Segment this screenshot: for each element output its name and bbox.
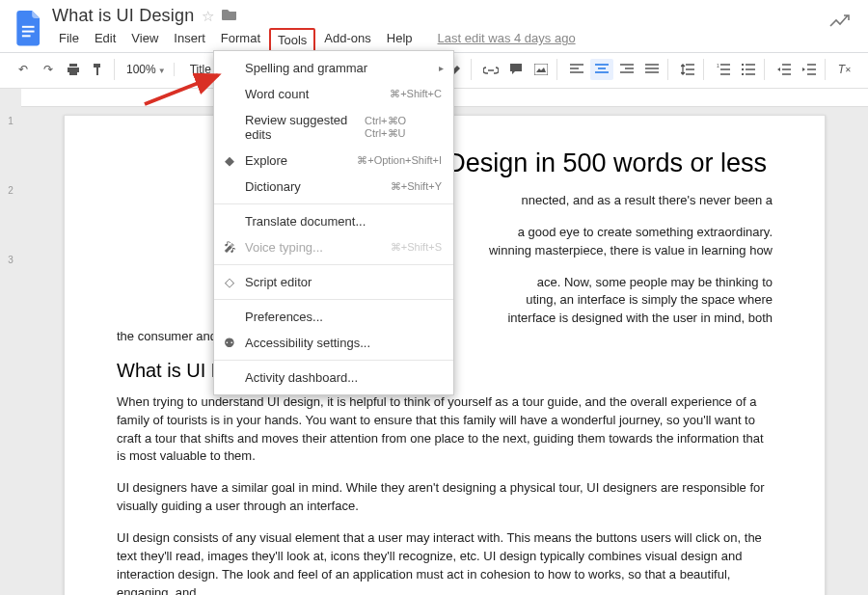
app-header: What is UI Design ☆ File Edit View Inser… xyxy=(0,0,868,53)
svg-rect-2 xyxy=(22,35,31,37)
menu-help[interactable]: Help xyxy=(380,28,420,52)
doc-paragraph: When trying to understand UI design, it … xyxy=(117,393,773,466)
menu-separator xyxy=(214,203,453,204)
bulleted-list-icon[interactable] xyxy=(737,59,760,80)
star-icon[interactable]: ☆ xyxy=(202,8,214,25)
folder-icon[interactable] xyxy=(222,8,237,24)
menu-item-explore[interactable]: ◆Explore⌘+Option+Shift+I xyxy=(214,148,453,174)
doc-paragraph: UI design consists of any visual element… xyxy=(117,529,773,595)
menu-view[interactable]: View xyxy=(124,28,165,52)
link-icon[interactable] xyxy=(479,59,502,80)
menu-separator xyxy=(214,264,453,265)
svg-point-5 xyxy=(742,64,744,66)
outdent-icon[interactable] xyxy=(773,59,796,80)
menu-item-spelling[interactable]: Spelling and grammar▸ xyxy=(214,55,453,81)
svg-rect-1 xyxy=(22,31,35,33)
menu-bar: File Edit View Insert Format Tools Add-o… xyxy=(52,28,856,52)
menu-item-voice-typing: 🎤︎Voice typing...⌘+Shift+S xyxy=(214,234,453,260)
menu-item-script-editor[interactable]: ◇Script editor xyxy=(214,269,453,295)
menu-item-preferences[interactable]: Preferences... xyxy=(214,304,453,330)
zoom-dropdown[interactable]: 100%▼ xyxy=(122,63,170,76)
menu-item-activity-dashboard[interactable]: Activity dashboard... xyxy=(214,365,453,391)
accessibility-icon: ⚉ xyxy=(222,336,237,350)
align-center-icon[interactable] xyxy=(590,59,613,80)
menu-file[interactable]: File xyxy=(52,28,86,52)
menu-item-translate[interactable]: Translate document... xyxy=(214,208,453,234)
script-icon: ◇ xyxy=(222,275,237,289)
indent-icon[interactable] xyxy=(798,59,821,80)
activity-icon[interactable] xyxy=(829,14,851,32)
menu-tools[interactable]: Tools xyxy=(269,28,315,52)
svg-rect-3 xyxy=(534,64,548,75)
svg-text:1: 1 xyxy=(717,64,719,68)
docs-logo-icon[interactable] xyxy=(12,12,46,46)
comment-icon[interactable] xyxy=(504,59,528,80)
align-left-icon[interactable] xyxy=(565,59,588,80)
redo-icon[interactable]: ↷ xyxy=(37,59,60,80)
mic-icon: 🎤︎ xyxy=(222,240,237,255)
menu-item-accessibility[interactable]: ⚉Accessibility settings... xyxy=(214,330,453,356)
menu-separator xyxy=(214,360,453,361)
print-icon[interactable] xyxy=(62,59,85,80)
explore-icon: ◆ xyxy=(222,153,237,168)
menu-addons[interactable]: Add-ons xyxy=(317,28,377,52)
vertical-ruler: 1 2 3 xyxy=(0,89,21,595)
doc-paragraph: UI designers have a similar goal in mind… xyxy=(117,479,773,516)
menu-edit[interactable]: Edit xyxy=(88,28,122,52)
align-justify-icon[interactable] xyxy=(640,59,664,80)
menu-format[interactable]: Format xyxy=(214,28,267,52)
menu-item-word-count[interactable]: Word count⌘+Shift+C xyxy=(214,81,453,107)
menu-item-dictionary[interactable]: Dictionary⌘+Shift+Y xyxy=(214,174,453,200)
document-title[interactable]: What is UI Design xyxy=(52,6,194,26)
clear-formatting-icon[interactable]: T✕ xyxy=(833,59,856,80)
image-icon[interactable] xyxy=(529,59,553,80)
menu-separator xyxy=(214,299,453,300)
last-edit-link[interactable]: Last edit was 4 days ago xyxy=(431,28,583,52)
paint-format-icon[interactable] xyxy=(87,59,110,80)
svg-point-6 xyxy=(742,68,744,70)
numbered-list-icon[interactable]: 1 xyxy=(712,59,735,80)
menu-insert[interactable]: Insert xyxy=(167,28,212,52)
svg-rect-0 xyxy=(22,26,35,28)
svg-point-7 xyxy=(742,73,744,75)
undo-icon[interactable]: ↶ xyxy=(12,59,35,80)
tools-menu-dropdown: Spelling and grammar▸ Word count⌘+Shift+… xyxy=(213,50,454,395)
line-spacing-icon[interactable] xyxy=(676,59,699,80)
menu-item-review-edits[interactable]: Review suggested editsCtrl+⌘O Ctrl+⌘U xyxy=(214,107,453,148)
align-right-icon[interactable] xyxy=(615,59,638,80)
